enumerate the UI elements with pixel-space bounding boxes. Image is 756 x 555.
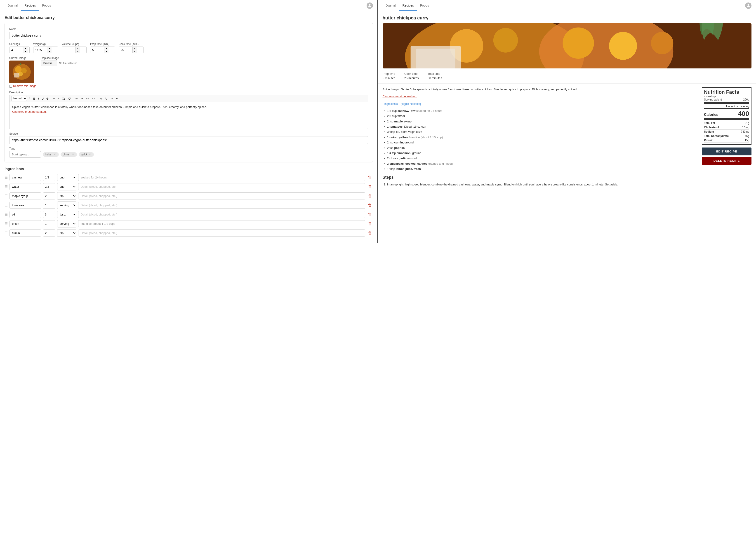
ingredient-delete-cashew[interactable]: 🗑 bbox=[367, 174, 373, 181]
ingredients-heading-right: Ingredients [toggle nutrients] bbox=[383, 101, 698, 106]
ingredient-unit-onion[interactable]: servingcuptsp.tbsp. bbox=[57, 220, 76, 227]
browse-button[interactable]: Browse... bbox=[41, 60, 57, 66]
no-file-text: No file selected. bbox=[59, 62, 78, 65]
ol-button[interactable]: ≡ bbox=[52, 96, 56, 101]
nav-tab-journal-right[interactable]: Journal bbox=[383, 0, 399, 11]
drag-handle-cumin[interactable]: ☰ bbox=[4, 231, 8, 235]
ingredient-delete-oil[interactable]: 🗑 bbox=[367, 211, 373, 218]
font-color-button[interactable]: A bbox=[99, 96, 103, 101]
prep-time-up[interactable]: ▲ bbox=[104, 47, 109, 50]
edit-recipe-button[interactable]: EDIT RECIPE bbox=[702, 147, 752, 156]
ingredient-qty-cashew[interactable] bbox=[43, 174, 55, 181]
ingredient-name-maple-syrup[interactable] bbox=[9, 193, 41, 200]
font-bg-button[interactable]: Ā bbox=[104, 96, 108, 101]
ingredient-name-oil[interactable] bbox=[9, 211, 41, 218]
cook-time-up[interactable]: ▲ bbox=[133, 47, 137, 50]
weight-up[interactable]: ▲ bbox=[47, 47, 51, 50]
tag-remove-indian[interactable]: ✕ bbox=[53, 153, 56, 156]
blockquote-button[interactable]: «» bbox=[85, 96, 90, 101]
ingredient-name-tomatoes[interactable] bbox=[9, 202, 41, 209]
drag-handle-oil[interactable]: ☰ bbox=[4, 212, 8, 217]
ingredient-detail-cumin[interactable] bbox=[78, 229, 365, 237]
remove-image-checkbox[interactable] bbox=[9, 85, 12, 88]
ingredient-unit-water[interactable]: cuptsp.tbsp.serving bbox=[57, 183, 76, 190]
volume-down[interactable]: ▼ bbox=[76, 50, 80, 53]
servings-down[interactable]: ▼ bbox=[23, 50, 28, 53]
drag-handle-water[interactable]: ☰ bbox=[4, 184, 8, 189]
description-editor[interactable]: Spiced vegan "butter" chickpeas is a tot… bbox=[9, 102, 368, 129]
indent-left-button[interactable]: ⇤ bbox=[75, 96, 79, 101]
nav-tab-recipes-right[interactable]: Recipes bbox=[399, 0, 417, 11]
ingredient-qty-maple-syrup[interactable] bbox=[43, 193, 55, 200]
svg-rect-5 bbox=[14, 73, 19, 78]
toggle-nutrients-link[interactable]: [toggle nutrients] bbox=[401, 102, 421, 105]
name-input[interactable] bbox=[9, 32, 368, 39]
source-input[interactable] bbox=[9, 136, 368, 144]
ingredient-delete-water[interactable]: 🗑 bbox=[367, 183, 373, 190]
align-button[interactable]: ≡ bbox=[111, 96, 114, 101]
volume-input[interactable] bbox=[62, 47, 76, 53]
user-avatar-left[interactable] bbox=[367, 2, 373, 9]
servings-input[interactable] bbox=[9, 47, 23, 53]
ingredient-delete-tomatoes[interactable]: 🗑 bbox=[367, 202, 373, 209]
ingredient-detail-oil[interactable] bbox=[78, 211, 365, 218]
drag-handle-onion[interactable]: ☰ bbox=[4, 222, 8, 226]
ingredient-qty-tomatoes[interactable] bbox=[43, 202, 55, 209]
prep-time-input[interactable] bbox=[90, 47, 104, 53]
cook-time-down[interactable]: ▼ bbox=[133, 50, 137, 53]
nav-tab-foods-left[interactable]: Foods bbox=[39, 0, 54, 11]
ingredient-detail-tomatoes[interactable] bbox=[78, 202, 365, 209]
strikethrough-button[interactable]: S bbox=[45, 96, 49, 101]
ingredient-delete-onion[interactable]: 🗑 bbox=[367, 220, 373, 227]
ingredient-qty-water[interactable] bbox=[43, 183, 55, 190]
list-item: 2/3 cup water bbox=[387, 114, 698, 119]
ingredient-delete-maple-syrup[interactable]: 🗑 bbox=[367, 193, 373, 199]
weight-down[interactable]: ▼ bbox=[47, 50, 51, 53]
style-select[interactable]: Normal bbox=[11, 96, 27, 101]
volume-up[interactable]: ▲ bbox=[76, 47, 80, 50]
ingredient-name-cumin[interactable] bbox=[9, 229, 41, 237]
tag-remove-quick[interactable]: ✕ bbox=[88, 153, 91, 156]
ingredient-name-water[interactable] bbox=[9, 183, 41, 190]
nav-tab-recipes-left[interactable]: Recipes bbox=[21, 0, 39, 11]
nav-tab-journal-left[interactable]: Journal bbox=[4, 0, 21, 11]
ingredient-qty-oil[interactable] bbox=[43, 211, 55, 218]
cook-time-input[interactable] bbox=[119, 47, 132, 53]
weight-input[interactable] bbox=[34, 47, 47, 53]
ul-button[interactable]: ≡ bbox=[57, 96, 61, 101]
bold-button[interactable]: B bbox=[32, 96, 36, 101]
remove-image-button[interactable]: Remove this image bbox=[9, 84, 36, 88]
underline-button[interactable]: U bbox=[41, 96, 44, 101]
user-avatar-right[interactable] bbox=[745, 2, 752, 9]
ingredient-name-onion[interactable] bbox=[9, 220, 41, 227]
left-panel: Journal Recipes Foods Edit butter chickp… bbox=[0, 0, 378, 243]
ingredient-unit-cashew[interactable]: cuptsp.tbsp.serving bbox=[57, 174, 76, 181]
clear-format-button[interactable]: ↵ bbox=[115, 96, 119, 101]
indent-right-button[interactable]: ⇥ bbox=[80, 96, 84, 101]
servings-up[interactable]: ▲ bbox=[23, 47, 28, 50]
ingredient-delete-cumin[interactable]: 🗑 bbox=[367, 230, 373, 236]
subscript-button[interactable]: X₂ bbox=[61, 96, 66, 101]
ingredient-unit-maple-syrup[interactable]: tsp.cuptbsp.serving bbox=[57, 192, 76, 200]
ingredient-detail-maple-syrup[interactable] bbox=[78, 193, 365, 200]
drag-handle-cashew[interactable]: ☰ bbox=[4, 175, 8, 180]
prep-time-down[interactable]: ▼ bbox=[104, 50, 109, 53]
tags-input[interactable] bbox=[9, 151, 41, 158]
delete-recipe-button[interactable]: DELETE RECIPE bbox=[702, 157, 752, 165]
ingredient-qty-cumin[interactable] bbox=[43, 229, 55, 237]
code-button[interactable]: <> bbox=[91, 96, 96, 101]
drag-handle-maple-syrup[interactable]: ☰ bbox=[4, 194, 8, 198]
drag-handle-tomatoes[interactable]: ☰ bbox=[4, 203, 8, 207]
ingredient-unit-oil[interactable]: tbsp.cuptsp.serving bbox=[57, 211, 76, 218]
ingredient-qty-onion[interactable] bbox=[43, 220, 55, 227]
ingredient-detail-onion[interactable] bbox=[78, 220, 365, 227]
ingredient-unit-tomatoes[interactable]: servingcuptsp.tbsp. bbox=[57, 202, 76, 209]
ingredient-detail-cashew[interactable] bbox=[78, 174, 365, 181]
ingredient-unit-cumin[interactable]: tsp.cuptbsp.serving bbox=[57, 229, 76, 237]
tag-remove-dinner[interactable]: ✕ bbox=[71, 153, 75, 156]
ingredient-name-cashew[interactable] bbox=[9, 174, 41, 181]
superscript-button[interactable]: X² bbox=[67, 96, 72, 101]
ingredient-detail-water[interactable] bbox=[78, 183, 365, 190]
italic-button[interactable]: I bbox=[37, 96, 40, 101]
nav-tab-foods-right[interactable]: Foods bbox=[417, 0, 432, 11]
